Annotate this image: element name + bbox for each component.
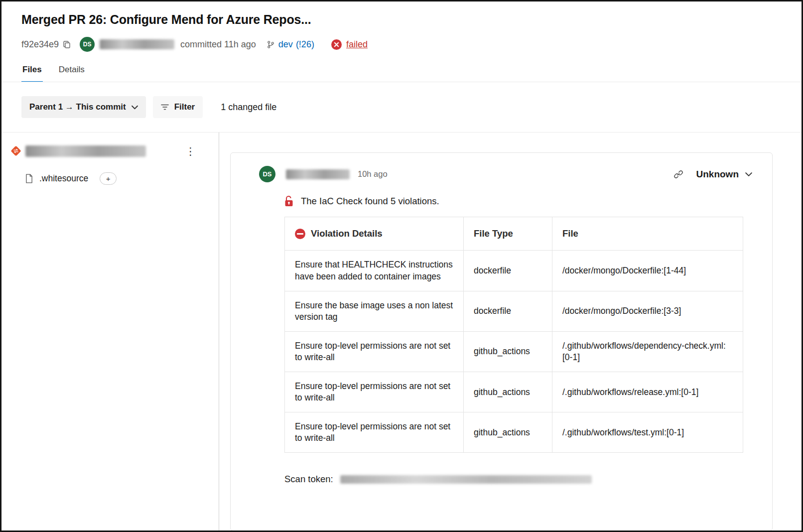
col-file: File <box>552 217 743 251</box>
file-icon <box>25 174 33 183</box>
branch-link[interactable]: dev (!26) <box>278 39 314 50</box>
file-cell: /.github/workflows/release.yml:[0-1] <box>552 372 743 412</box>
tab-files[interactable]: Files <box>21 65 43 82</box>
file-type-cell: dockerfile <box>464 251 552 291</box>
table-header-row: Violation Details File Type File <box>285 217 743 251</box>
table-row: Ensure top-level permissions are not set… <box>285 412 743 453</box>
link-icon[interactable] <box>673 169 683 179</box>
scan-token-row: Scan token: <box>284 474 752 485</box>
chevron-down-icon <box>132 105 138 110</box>
comment-timestamp: 10h ago <box>358 169 388 179</box>
table-row: Ensure top-level permissions are not set… <box>285 331 743 372</box>
more-options-icon[interactable]: ⋮ <box>185 146 196 156</box>
branch-info: dev (!26) <box>267 39 314 50</box>
diff-main-panel: DS 10h ago Unknown <box>219 133 802 531</box>
comment-status-label: Unknown <box>696 169 739 180</box>
violation-cell: Ensure top-level permissions are not set… <box>285 372 464 412</box>
filter-icon <box>161 104 169 111</box>
filter-label: Filter <box>174 102 195 112</box>
file-added-badge: + <box>100 172 117 185</box>
file-cell: /.github/workflows/test.yml:[0-1] <box>552 412 743 453</box>
tree-file-row[interactable]: .whitesource + <box>1 168 219 189</box>
scan-token-redacted <box>340 475 592 484</box>
build-status: failed <box>331 39 368 50</box>
committer-avatar: DS <box>80 37 95 52</box>
commit-hash: f92e34e9 <box>21 39 59 50</box>
comment-author-redacted <box>286 169 350 179</box>
changed-files-count: 1 changed file <box>221 102 276 113</box>
commit-meta-row: f92e34e9 DS committed 11h ago dev (!26) … <box>21 37 782 52</box>
committer-name-redacted <box>100 39 174 49</box>
violations-table: Violation Details File Type File Ensure … <box>284 217 743 453</box>
failed-status-link[interactable]: failed <box>346 39 368 50</box>
col-file-type: File Type <box>464 217 552 251</box>
diff-toolbar: Parent 1 → This commit Filter 1 changed … <box>1 82 802 132</box>
filter-button[interactable]: Filter <box>153 96 203 118</box>
violation-cell: Ensure top-level permissions are not set… <box>285 412 464 453</box>
file-type-cell: dockerfile <box>464 291 552 331</box>
col-violation-details: Violation Details <box>285 217 464 251</box>
file-type-cell: github_actions <box>464 331 552 372</box>
page-header: Merged PR 26: Configure Mend for Azure R… <box>1 1 802 82</box>
no-entry-icon <box>295 229 305 239</box>
tree-root-row[interactable]: ⋮ <box>1 140 219 161</box>
repo-change-icon <box>9 144 22 157</box>
table-row: Ensure the base image uses a non latest … <box>285 291 743 331</box>
violation-cell: Ensure the base image uses a non latest … <box>285 291 464 331</box>
file-tree-sidebar: ⋮ .whitesource + <box>1 133 219 531</box>
violation-cell: Ensure top-level permissions are not set… <box>285 331 464 372</box>
commit-time-text: committed 11h ago <box>180 39 256 50</box>
pr-number-link: (!26) <box>296 39 314 50</box>
scan-token-label: Scan token: <box>284 474 333 485</box>
branch-icon <box>267 40 274 49</box>
comment-avatar: DS <box>259 166 275 182</box>
table-row: Ensure top-level permissions are not set… <box>285 372 743 412</box>
copy-icon[interactable] <box>63 40 71 48</box>
tab-bar: Files Details <box>21 65 782 82</box>
comment-header: DS 10h ago Unknown <box>259 166 752 182</box>
lock-icon <box>284 195 293 207</box>
file-cell: /docker/mongo/Dockerfile:[3-3] <box>552 291 743 331</box>
diff-selector-label: Parent 1 → This commit <box>29 102 126 112</box>
failed-status-icon <box>331 39 342 50</box>
table-row: Ensure that HEALTHCHECK instructions hav… <box>285 251 743 291</box>
file-type-cell: github_actions <box>464 372 552 412</box>
comment-body: The IaC Check found 5 violations. Violat… <box>284 195 752 485</box>
tab-details[interactable]: Details <box>58 65 86 82</box>
content-split: ⋮ .whitesource + DS 10h ago Unknown <box>1 132 802 531</box>
violation-cell: Ensure that HEALTHCHECK instructions hav… <box>285 251 464 291</box>
comment-card: DS 10h ago Unknown <box>230 152 773 531</box>
iac-message-row: The IaC Check found 5 violations. <box>284 195 752 207</box>
comment-status-dropdown[interactable]: Unknown <box>696 169 753 180</box>
iac-message-text: The IaC Check found 5 violations. <box>301 196 439 207</box>
file-cell: /.github/workflows/dependency-check.yml:… <box>552 331 743 372</box>
diff-selector-dropdown[interactable]: Parent 1 → This commit <box>21 96 146 118</box>
repo-name-redacted <box>25 145 146 157</box>
chevron-down-icon <box>745 172 752 177</box>
branch-name: dev <box>278 39 293 50</box>
file-type-cell: github_actions <box>464 412 552 453</box>
file-name-label: .whitesource <box>39 173 88 184</box>
file-cell: /docker/mongo/Dockerfile:[1-44] <box>552 251 743 291</box>
page-title: Merged PR 26: Configure Mend for Azure R… <box>21 12 782 27</box>
